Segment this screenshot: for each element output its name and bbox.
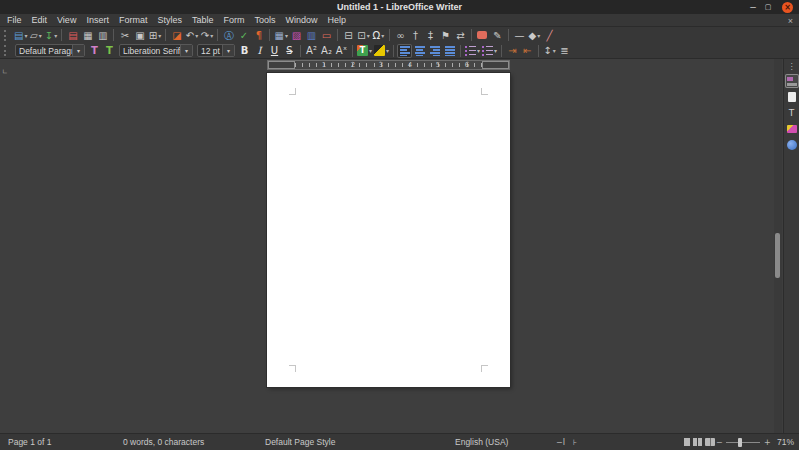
font-size-dropdown-icon[interactable]: ▾ [222,45,234,56]
zoom-level-status[interactable]: 71% [777,434,794,450]
toolbar-drag-handle[interactable] [4,30,9,41]
auto-spellcheck-icon[interactable]: ✓ [236,28,251,42]
menu-edit[interactable]: Edit [27,14,53,26]
line-spacing-icon[interactable]: ↕ ▾ [542,44,557,58]
ruler-left-margin[interactable] [268,61,295,69]
sidebar-settings-icon[interactable]: ⋮ [784,60,799,72]
ruler-right-margin[interactable] [482,61,509,69]
dropdown-arrow-icon[interactable]: ▾ [477,47,480,54]
toolbar-drag-handle[interactable] [4,45,9,56]
maximize-button[interactable]: ▢ [762,0,774,14]
print-icon[interactable]: ▦ [80,28,95,42]
sidebar-tab-navigator[interactable] [785,138,799,152]
insert-table-icon[interactable]: ▦ ▾ [273,28,288,42]
redo-icon[interactable]: ↷ ▾ [199,28,214,42]
underline-icon[interactable]: U [267,44,282,58]
dropdown-arrow-icon[interactable]: ▾ [195,32,198,39]
dropdown-arrow-icon[interactable]: ▾ [39,32,42,39]
paste-icon[interactable]: ⊞ ▾ [147,28,162,42]
endnote-icon[interactable]: ‡ [423,28,438,42]
numbered-list-icon[interactable]: ▾ [481,44,498,58]
hyperlink-icon[interactable]: ∞ [393,28,408,42]
bookmark-icon[interactable]: ⚑ [438,28,453,42]
cross-reference-icon[interactable]: ⇄ [453,28,468,42]
zoom-slider-track[interactable] [726,442,760,443]
strikethrough-icon[interactable]: S [282,44,297,58]
dropdown-arrow-icon[interactable]: ▾ [369,47,372,54]
decrease-indent-icon[interactable]: ⇤ [520,44,535,58]
language-status[interactable]: English (USA) [455,434,508,450]
minimize-button[interactable]: − [747,0,759,14]
print-preview-icon[interactable]: ▥ [95,28,110,42]
undo-icon[interactable]: ↶ ▾ [184,28,199,42]
footnote-icon[interactable]: † [408,28,423,42]
horizontal-ruler[interactable]: 1 2 3 4 5 6 [267,60,510,70]
dropdown-arrow-icon[interactable]: ▾ [210,32,213,39]
align-center-icon[interactable] [412,44,427,58]
menu-format[interactable]: Format [114,14,153,26]
insert-field-icon[interactable]: ⊡ ▾ [356,28,371,42]
basic-shapes-icon[interactable]: ◆ ▾ [527,28,542,42]
paragraph-spacing-icon[interactable]: ≣ [557,44,572,58]
new-style-icon[interactable]: T [102,44,117,58]
dropdown-arrow-icon[interactable]: ▾ [494,47,497,54]
zoom-in-button[interactable]: + [764,434,771,450]
bold-icon[interactable]: B [237,44,252,58]
track-changes-icon[interactable]: ✎ [490,28,505,42]
special-character-icon[interactable]: Ω ▾ [371,28,386,42]
menu-tools[interactable]: Tools [249,14,280,26]
spelling-icon[interactable]: Ⓐ [221,28,236,42]
highlight-color-icon[interactable]: ▾ [373,44,390,58]
paragraph-style-combobox[interactable]: Default Paragraph Style ▾ [15,44,85,57]
copy-icon[interactable]: ▣ [132,28,147,42]
document-page[interactable] [267,73,510,387]
insert-text-box-icon[interactable]: ▭ [319,28,334,42]
dropdown-arrow-icon[interactable]: ▾ [24,32,27,39]
dropdown-arrow-icon[interactable]: ▾ [553,47,556,54]
view-single-page-icon[interactable] [684,438,690,446]
menu-view[interactable]: View [52,14,81,26]
vertical-scrollbar-thumb[interactable] [775,233,780,278]
menu-styles[interactable]: Styles [152,14,187,26]
save-icon[interactable]: ↧ ▾ [43,28,58,42]
sidebar-tab-properties[interactable] [785,74,799,88]
cut-icon[interactable]: ✂ [117,28,132,42]
vertical-scrollbar[interactable] [774,59,782,433]
subscript-icon[interactable]: A₂ [319,44,334,58]
superscript-icon[interactable]: A² [304,44,319,58]
tab-stop-selector[interactable]: ∟ [2,68,8,76]
horizontal-line-icon[interactable]: — [512,28,527,42]
page-count-status[interactable]: Page 1 of 1 [8,434,51,450]
dropdown-arrow-icon[interactable]: ▾ [381,32,384,39]
dropdown-arrow-icon[interactable]: ▾ [54,32,57,39]
menu-help[interactable]: Help [322,14,351,26]
new-document-icon[interactable]: ▤ ▾ [13,28,28,42]
paragraph-style-dropdown-icon[interactable]: ▾ [72,45,84,56]
font-color-icon[interactable]: T ▾ [356,44,373,58]
sidebar-tab-gallery[interactable] [785,122,799,136]
font-name-combobox[interactable]: Liberation Serif ▾ [119,44,193,57]
dropdown-arrow-icon[interactable]: ▾ [537,32,540,39]
menu-form[interactable]: Form [218,14,249,26]
dropdown-arrow-icon[interactable]: ▾ [367,32,370,39]
sidebar-tab-styles[interactable]: T [785,106,799,120]
draw-line-icon[interactable]: ╱ [542,28,557,42]
open-file-icon[interactable]: ▱ ▾ [28,28,43,42]
clear-formatting-icon[interactable]: Aˣ [334,44,349,58]
bullet-list-icon[interactable]: ▾ [464,44,481,58]
insert-chart-icon[interactable]: ▥ [304,28,319,42]
menu-table[interactable]: Table [187,14,219,26]
zoom-slider-handle[interactable] [738,438,742,447]
insert-mode-status[interactable]: −I [556,434,565,450]
dropdown-arrow-icon[interactable]: ▾ [386,47,389,54]
align-justify-icon[interactable] [442,44,457,58]
zoom-slider[interactable] [726,434,760,450]
selection-mode-status[interactable]: ⊦ [573,434,577,450]
close-document-icon[interactable]: × [788,14,793,27]
view-book-icon[interactable] [705,438,715,446]
align-left-icon[interactable] [397,44,412,58]
formatting-marks-icon[interactable]: ¶ [251,28,266,42]
font-name-dropdown-icon[interactable]: ▾ [180,45,192,56]
clone-formatting-icon[interactable]: ◪ [169,28,184,42]
align-right-icon[interactable] [427,44,442,58]
